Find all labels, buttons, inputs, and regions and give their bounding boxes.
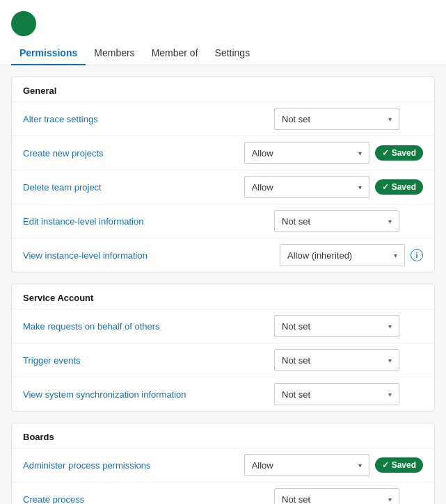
chevron-down-icon: ▾ (358, 462, 362, 469)
saved-label: Saved (392, 460, 416, 470)
permission-value-alter-trace: Not set (282, 114, 310, 124)
permission-row-delete-team-project: Delete team projectAllow▾Saved (12, 170, 434, 204)
permission-select-delete-team-project[interactable]: Allow▾ (244, 176, 369, 198)
permission-label-make-requests[interactable]: Make requests on behalf of others (23, 321, 274, 332)
permission-row-trigger-events: Trigger eventsNot set▾ (12, 343, 434, 377)
permission-label-create-process[interactable]: Create process (23, 494, 274, 505)
permission-label-administer-process[interactable]: Administer process permissions (23, 460, 244, 471)
permission-value-make-requests: Not set (282, 321, 310, 332)
saved-badge-create-projects: Saved (375, 145, 423, 161)
permission-control-view-sync-info: Not set▾ (274, 383, 423, 405)
permission-control-edit-instance: Not set▾ (274, 210, 423, 232)
permission-control-create-projects: Allow▾Saved (244, 142, 423, 164)
permission-label-view-instance[interactable]: View instance-level information (23, 250, 280, 261)
section-service-account: Service AccountMake requests on behalf o… (11, 284, 435, 412)
info-icon[interactable]: i (411, 249, 423, 261)
saved-badge-administer-process: Saved (375, 457, 423, 473)
permission-value-view-instance: Allow (inherited) (287, 250, 352, 261)
permission-value-create-process: Not set (282, 494, 310, 505)
permission-select-create-process[interactable]: Not set▾ (274, 488, 399, 504)
section-boards: BoardsAdminister process permissionsAllo… (11, 423, 435, 504)
permission-row-create-projects: Create new projectsAllow▾Saved (12, 136, 434, 170)
permission-label-alter-trace[interactable]: Alter trace settings (23, 114, 274, 124)
permission-label-trigger-events[interactable]: Trigger events (23, 355, 274, 366)
tab-members[interactable]: Members (86, 42, 143, 65)
saved-label: Saved (392, 148, 416, 158)
permission-select-create-projects[interactable]: Allow▾ (244, 142, 369, 164)
saved-label: Saved (392, 182, 416, 192)
chevron-down-icon: ▾ (388, 115, 392, 123)
permission-value-administer-process: Allow (252, 460, 273, 471)
chevron-down-icon: ▾ (388, 218, 392, 225)
tab-permissions[interactable]: Permissions (11, 42, 86, 65)
permission-label-delete-team-project[interactable]: Delete team project (23, 182, 244, 193)
section-title-general: General (12, 77, 434, 101)
tab-settings[interactable]: Settings (207, 42, 259, 65)
permission-value-edit-instance: Not set (282, 216, 310, 227)
section-title-boards: Boards (12, 423, 434, 448)
permission-row-alter-trace: Alter trace settingsNot set▾ (12, 101, 434, 136)
section-title-service-account: Service Account (12, 284, 434, 309)
saved-badge-delete-team-project: Saved (375, 179, 423, 195)
permission-control-delete-team-project: Allow▾Saved (244, 176, 423, 198)
chevron-down-icon: ▾ (358, 149, 362, 157)
permission-select-make-requests[interactable]: Not set▾ (274, 315, 399, 337)
avatar (11, 11, 36, 36)
permission-control-administer-process: Allow▾Saved (244, 454, 423, 476)
permission-select-view-sync-info[interactable]: Not set▾ (274, 383, 399, 405)
permission-value-trigger-events: Not set (282, 355, 310, 366)
section-general: GeneralAlter trace settingsNot set▾Creat… (11, 76, 435, 273)
permission-label-edit-instance[interactable]: Edit instance-level information (23, 216, 274, 227)
permission-select-alter-trace[interactable]: Not set▾ (274, 108, 399, 130)
chevron-down-icon: ▾ (388, 391, 392, 398)
permission-row-make-requests: Make requests on behalf of othersNot set… (12, 309, 434, 343)
permission-select-administer-process[interactable]: Allow▾ (244, 454, 369, 476)
main-content: GeneralAlter trace settingsNot set▾Creat… (0, 65, 446, 504)
permission-select-view-instance[interactable]: Allow (inherited)▾ (280, 244, 405, 266)
permission-label-view-sync-info[interactable]: View system synchronization information (23, 389, 274, 400)
permission-row-edit-instance: Edit instance-level informationNot set▾ (12, 204, 434, 238)
chevron-down-icon: ▾ (388, 496, 392, 503)
permission-label-create-projects[interactable]: Create new projects (23, 148, 244, 158)
permission-row-view-sync-info: View system synchronization informationN… (12, 377, 434, 411)
permission-control-alter-trace: Not set▾ (274, 108, 423, 130)
permission-select-trigger-events[interactable]: Not set▾ (274, 349, 399, 371)
permission-value-view-sync-info: Not set (282, 389, 310, 400)
permission-row-administer-process: Administer process permissionsAllow▾Save… (12, 448, 434, 482)
permission-select-edit-instance[interactable]: Not set▾ (274, 210, 399, 232)
chevron-down-icon: ▾ (388, 323, 392, 330)
permission-control-view-instance: Allow (inherited)▾i (280, 244, 423, 266)
permission-value-create-projects: Allow (252, 148, 273, 158)
chevron-down-icon: ▾ (394, 252, 397, 259)
permission-control-make-requests: Not set▾ (274, 315, 423, 337)
permission-control-create-process: Not set▾ (274, 488, 423, 504)
permission-row-view-instance: View instance-level informationAllow (in… (12, 238, 434, 272)
permission-value-delete-team-project: Allow (252, 182, 273, 193)
tab-member-of[interactable]: Member of (143, 42, 207, 65)
chevron-down-icon: ▾ (388, 357, 392, 364)
permission-control-trigger-events: Not set▾ (274, 349, 423, 371)
permission-row-create-process: Create processNot set▾ (12, 482, 434, 504)
nav-tabs: PermissionsMembersMember ofSettings (0, 42, 446, 65)
page-header (0, 0, 446, 42)
chevron-down-icon: ▾ (358, 184, 362, 191)
